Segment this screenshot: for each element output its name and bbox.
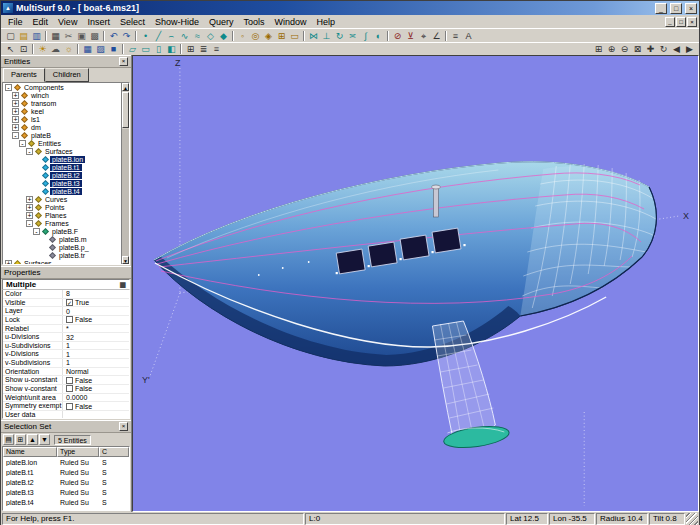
collapse-icon[interactable]: -: [26, 148, 33, 155]
move-down-button[interactable]: ▼: [39, 434, 50, 445]
show-all-button[interactable]: ☼: [62, 43, 75, 55]
print-button[interactable]: ▦: [49, 30, 62, 42]
tree-item-winch[interactable]: +winch: [3, 91, 121, 99]
checkbox-icon[interactable]: ✓: [66, 299, 73, 306]
tree-item-keel[interactable]: +keel: [3, 107, 121, 115]
property-value[interactable]: 0: [63, 308, 129, 315]
open-file-button[interactable]: ▤: [17, 30, 30, 42]
tree-item-curves[interactable]: +Curves: [3, 195, 121, 203]
frame-button[interactable]: ⊞: [275, 30, 288, 42]
tree-item-planes[interactable]: +Planes: [3, 211, 121, 219]
expand-icon[interactable]: +: [12, 100, 19, 107]
scroll-down-icon[interactable]: ▼: [122, 256, 129, 264]
menu-query[interactable]: Query: [204, 17, 239, 27]
tree-item-ls1[interactable]: +ls1: [3, 115, 121, 123]
property-value[interactable]: 32: [63, 334, 129, 341]
paste-button[interactable]: ▩: [88, 30, 101, 42]
cut-button[interactable]: ✂: [62, 30, 75, 42]
next-view-button[interactable]: ▶: [683, 43, 696, 55]
plane-button[interactable]: ▭: [288, 30, 301, 42]
tree-item-plateb-t4[interactable]: plateB.t4: [3, 187, 121, 195]
zoom-window-button[interactable]: ⊞: [592, 43, 605, 55]
revolve-button[interactable]: ◐: [372, 30, 385, 42]
scroll-up-icon[interactable]: ▲: [122, 83, 129, 91]
scroll-thumb[interactable]: [122, 92, 129, 128]
tree-item-plateb-tr[interactable]: plateB.tr: [3, 251, 121, 259]
column-header-type[interactable]: Type: [57, 447, 99, 457]
bead-button[interactable]: ◦: [236, 30, 249, 42]
resize-grip[interactable]: [686, 513, 698, 525]
select-all-button[interactable]: ⊡: [17, 43, 30, 55]
property-value[interactable]: 1: [63, 359, 129, 366]
property-value[interactable]: 8: [63, 290, 129, 297]
property-value[interactable]: False: [63, 403, 129, 410]
viewport-canvas[interactable]: Z X Y': [133, 56, 698, 511]
expand-icon[interactable]: +: [12, 108, 19, 115]
tree-item-plateb-lon[interactable]: plateB.lon: [3, 155, 121, 163]
restore-icon[interactable]: □: [670, 3, 682, 14]
move-up-button[interactable]: ▲: [27, 434, 38, 445]
collapse-icon[interactable]: -: [26, 220, 33, 227]
sweep-button[interactable]: ∫: [359, 30, 372, 42]
tree-item-components[interactable]: -Components: [3, 83, 121, 91]
tab-children[interactable]: Children: [45, 68, 89, 82]
menu-insert[interactable]: Insert: [82, 17, 115, 27]
angle-button[interactable]: ∠: [430, 30, 443, 42]
front-view-button[interactable]: ▱: [126, 43, 139, 55]
grid-view-button[interactable]: ⊞: [15, 434, 26, 445]
collapse-icon[interactable]: -: [12, 132, 19, 139]
select-pointer-button[interactable]: ↖: [4, 43, 17, 55]
tree-item-plateb[interactable]: -plateB: [3, 131, 121, 139]
minimize-icon[interactable]: _: [655, 3, 667, 14]
checkbox-icon[interactable]: [66, 316, 73, 323]
shaded-mode-button[interactable]: ▨: [94, 43, 107, 55]
selection-row-plateb-t1[interactable]: plateB.t1Ruled SuS: [3, 467, 129, 477]
save-file-button[interactable]: ▥: [30, 30, 43, 42]
viewport-3d[interactable]: Z X Y': [132, 55, 699, 512]
mdi-close-icon[interactable]: ×: [687, 17, 697, 27]
property-value[interactable]: *: [63, 325, 129, 332]
tree-item-plateb-m[interactable]: plateB.m: [3, 235, 121, 243]
layers-button[interactable]: ≣: [197, 43, 210, 55]
tree-item-surfaces[interactable]: +Surfaces: [3, 259, 121, 264]
selection-row-plateb-lon[interactable]: plateB.lonRuled SuS: [3, 457, 129, 467]
expand-icon[interactable]: +: [26, 196, 33, 203]
checkbox-icon[interactable]: [66, 385, 73, 392]
property-value[interactable]: Normal: [63, 368, 129, 375]
new-file-button[interactable]: ▢: [4, 30, 17, 42]
show-button[interactable]: ☀: [36, 43, 49, 55]
solid-button[interactable]: ◆: [217, 30, 230, 42]
property-value[interactable]: False: [63, 377, 129, 384]
property-value[interactable]: False: [63, 316, 129, 323]
point-button[interactable]: •: [139, 30, 152, 42]
selection-row-plateb-t4[interactable]: plateB.t4Ruled SuS: [3, 497, 129, 507]
line-button[interactable]: ╱: [152, 30, 165, 42]
tree-item-frames[interactable]: -Frames: [3, 219, 121, 227]
menu-view[interactable]: View: [53, 17, 82, 27]
tree-item-surfaces[interactable]: -Surfaces: [3, 147, 121, 155]
property-value[interactable]: 1: [63, 342, 129, 349]
grid-icon[interactable]: ▦: [119, 281, 126, 289]
rotate-view-button[interactable]: ↻: [657, 43, 670, 55]
property-value[interactable]: ✓True: [63, 299, 129, 306]
expand-icon[interactable]: +: [12, 92, 19, 99]
expand-icon[interactable]: +: [5, 260, 12, 265]
property-value[interactable]: 0.0000: [63, 394, 129, 401]
tree-item-dm[interactable]: +dm: [3, 123, 121, 131]
tree-item-plateb-f[interactable]: -plateB.F: [3, 227, 121, 235]
curve-button[interactable]: ≈: [191, 30, 204, 42]
copy-button[interactable]: ▣: [75, 30, 88, 42]
render-mode-button[interactable]: ■: [107, 43, 120, 55]
column-header-name[interactable]: Name: [3, 447, 57, 457]
scroll-track[interactable]: [122, 129, 129, 256]
split-button[interactable]: ⊻: [404, 30, 417, 42]
mirror-button[interactable]: ⋈: [307, 30, 320, 42]
expand-icon[interactable]: +: [26, 204, 33, 211]
menu-help[interactable]: Help: [312, 17, 341, 27]
zoom-out-button[interactable]: ⊖: [618, 43, 631, 55]
selection-row-plateb-t3[interactable]: plateB.t3Ruled SuS: [3, 487, 129, 497]
menu-tools[interactable]: Tools: [238, 17, 269, 27]
side-view-button[interactable]: ▯: [152, 43, 165, 55]
menu-file[interactable]: File: [3, 17, 28, 27]
close-icon[interactable]: ×: [685, 3, 697, 14]
